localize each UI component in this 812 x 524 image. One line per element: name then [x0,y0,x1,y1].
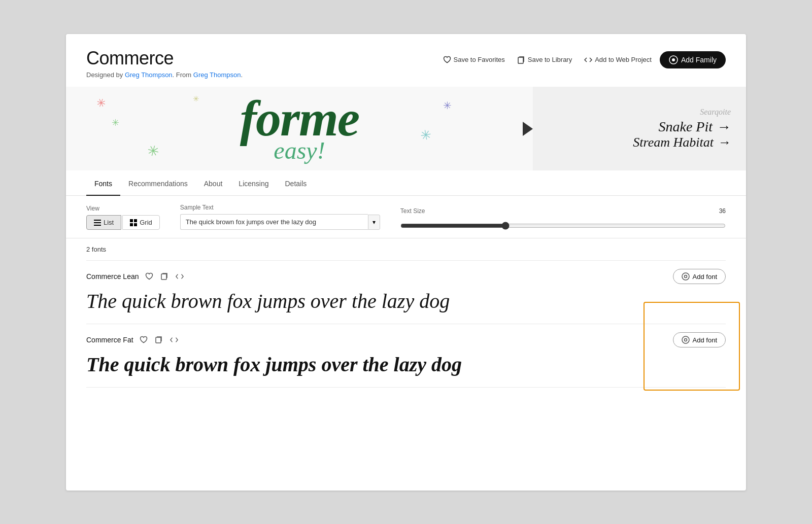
hero-triangle [523,122,533,136]
view-toggle: List Grid [86,215,160,230]
tab-recommendations[interactable]: Recommendations [120,172,196,196]
grid-view-button[interactable]: Grid [122,215,160,230]
tab-about[interactable]: About [196,172,231,196]
svg-point-11 [682,273,689,280]
star-decor-2: ✳ [112,117,119,128]
code-icon-lean [176,272,184,281]
list-icon [94,219,101,226]
code-icon [584,56,592,64]
font-name-fat: Commerce Fat [86,336,133,344]
tab-details[interactable]: Details [277,172,315,196]
adobe-icon [669,55,678,64]
fat-library-button[interactable] [154,335,164,345]
text-size-label: Text Size [400,207,425,215]
foundry-link[interactable]: Greg Thompson [193,71,241,79]
font-row-fat-header: Commerce Fat Add fo [86,332,726,347]
svg-rect-6 [130,219,133,222]
save-favorites-button[interactable]: Save to Favorites [439,53,509,67]
fonts-count: 2 fonts [66,238,746,260]
star-decor-3: ✳ [145,142,161,161]
font-preview-fat: The quick brown fox jumps over the lazy … [86,353,726,377]
add-web-project-button[interactable]: Add to Web Project [580,53,656,67]
font-row-fat-left: Commerce Fat [86,335,179,345]
svg-point-12 [684,275,687,278]
font-list: Commerce Lean Add font [66,260,746,387]
star-decor-5: ✳ [419,126,432,144]
main-card: Commerce Designed by Greg Thompson. From… [66,34,746,491]
svg-rect-7 [134,219,137,222]
fat-code-button[interactable] [169,335,179,345]
font-row-lean: Commerce Lean Add font [86,260,726,324]
lean-library-button[interactable] [159,271,170,282]
hero-right-line3: Stream Habitat → [633,135,731,150]
save-library-label: Save to Library [528,56,572,63]
snake-pit-text: Snake Pit [658,119,713,135]
add-family-button[interactable]: Add Family [660,51,726,68]
text-size-control-group: Text Size 36 [400,207,726,230]
view-control-group: View List Grid [86,205,160,230]
font-row-fat-actions: Add font [673,332,726,347]
add-web-project-label: Add to Web Project [595,56,652,63]
sample-text-dropdown-button[interactable]: ▾ [368,215,380,230]
tab-licensing[interactable]: Licensing [230,172,277,196]
star-decor-1: ✳ [94,96,108,112]
svg-rect-8 [130,223,133,226]
tabs-bar: Fonts Recommendations About Licensing De… [66,172,746,196]
tab-fonts[interactable]: Fonts [86,172,120,196]
sample-text-label: Sample Text [180,204,380,211]
hero-small-text: easy! [274,136,325,164]
star-decor-6: ✳ [193,94,199,103]
foundry-suffix: . [241,71,243,79]
svg-rect-4 [94,222,101,223]
hero-right-line2: Snake Pit → [658,119,731,135]
lean-heart-button[interactable] [144,271,154,282]
save-favorites-label: Save to Favorites [454,56,505,63]
designer-line: Designed by Greg Thompson. From Greg Tho… [86,71,243,79]
header-actions: Save to Favorites Save to Library Add to… [439,51,726,68]
font-row-lean-actions: Add font [673,269,726,284]
sample-text-input[interactable] [180,214,368,230]
designer-prefix: Designed by [86,71,125,79]
hero-text-container: forme easy! [240,93,359,164]
designer-link[interactable]: Greg Thompson [125,71,173,79]
fat-heart-button[interactable] [139,335,149,345]
add-font-fat-label: Add font [693,336,717,344]
star-decor-4: ✳ [443,99,452,112]
font-row-lean-header: Commerce Lean Add font [86,269,726,284]
font-name-lean: Commerce Lean [86,272,139,281]
sample-text-wrapper: ▾ [180,214,380,230]
list-label: List [104,219,114,226]
add-font-fat-button[interactable]: Add font [673,332,726,347]
text-size-slider[interactable] [400,222,726,230]
font-row-fat: Commerce Fat Add fo [86,324,726,387]
heart-icon-lean [145,272,153,281]
library-icon-lean [160,272,168,281]
svg-point-15 [684,339,687,341]
svg-point-2 [672,58,675,61]
designer-separator: . From [173,71,193,79]
header: Commerce Designed by Greg Thompson. From… [66,34,746,87]
list-view-button[interactable]: List [86,215,121,230]
text-size-header: Text Size 36 [400,207,726,215]
add-font-lean-button[interactable]: Add font [673,269,726,284]
svg-rect-5 [94,225,101,226]
hero-banner: ✳ ✳ ✳ ✳ ✳ ✳ forme easy! Searqoite Snake … [66,87,746,170]
code-icon-fat [170,336,178,344]
arrow-right-2: → [718,135,731,150]
library-icon [517,56,525,64]
add-family-label: Add Family [681,56,717,64]
svg-rect-0 [518,57,523,63]
save-library-button[interactable]: Save to Library [513,53,576,67]
hero-left: ✳ ✳ ✳ ✳ ✳ ✳ forme easy! [66,87,533,170]
heart-icon [443,56,451,64]
library-icon-fat [155,336,163,344]
page-title: Commerce [86,48,243,68]
hero-right-line1: Searqoite [700,108,731,117]
stream-habitat-text: Stream Habitat [633,135,714,150]
adobe-icon-lean [682,272,690,281]
font-preview-lean: The quick brown fox jumps over the lazy … [86,289,726,313]
header-left: Commerce Designed by Greg Thompson. From… [86,48,243,79]
lean-code-button[interactable] [175,271,185,282]
heart-icon-fat [140,336,148,344]
arrow-right-1: → [717,119,731,135]
